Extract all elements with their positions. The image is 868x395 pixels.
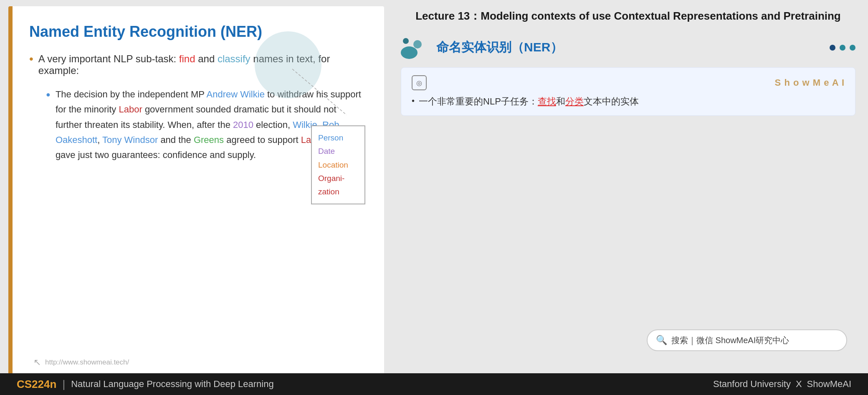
showmeai-icon: ◎ [412,75,427,90]
cs224n-label: CS224n [17,378,56,391]
main-container: Named Entity Recognition (NER) • A very … [0,0,868,395]
ner-organization: Organi-zation [318,172,358,199]
ner-person: Person [318,131,358,145]
sub-bullet-dot: ● [46,89,51,101]
svg-point-1 [401,46,418,59]
chinese-title: 命名实体识别（NER） [436,39,563,56]
bottom-right: Stanford University X ShowMeAI [713,379,851,390]
course-title: Natural Language Processing with Deep Le… [71,379,274,390]
labor-1: Labor [119,104,142,115]
slide-title: Named Entity Recognition (NER) [29,23,363,41]
zh-find: 查找 [538,96,556,107]
bottom-bar: CS224n | Natural Language Processing wit… [0,373,868,395]
tony-windsor: Tony Windsor [102,135,158,145]
nav-dot-3 [850,45,855,51]
zh-classify: 分类 [565,96,584,107]
chinese-title-section: 命名实体识别（NER） [397,34,860,61]
find-word: find [179,53,195,64]
footer-url: http://www.showmeai.tech/ [45,358,129,367]
teal-logo [401,36,430,59]
showmeai-label: ShowMeAI [807,379,851,390]
classify-word: classify [218,53,251,64]
ner-location: Location [318,158,358,172]
cursor-icon: ↖ [33,357,41,368]
showmeai-brand: S h o w M e A I [775,77,845,88]
search-text: 搜索｜微信 ShowMeAI研究中心 [671,335,789,346]
andrew-wilkie: Andrew Wilkie [207,89,265,99]
nav-dot-1 [830,45,835,51]
showmeai-card-header: ◎ S h o w M e A I [412,75,845,90]
showmeai-card: ◎ S h o w M e A I • 一个非常重要的NLP子任务：查找和分类文… [401,67,855,116]
bottom-left: CS224n | Natural Language Processing wit… [17,378,274,391]
showmeai-card-body: • 一个非常重要的NLP子任务：查找和分类文本中的实体 [412,95,845,108]
x-separator: X [796,379,802,390]
slide-panel: Named Entity Recognition (NER) • A very … [8,6,384,378]
search-bar[interactable]: 🔍 搜索｜微信 ShowMeAI研究中心 [647,329,847,351]
lecture-title: Lecture 13：Modeling contexts of use Cont… [397,4,860,28]
greens: Greens [194,135,224,145]
bottom-divider: | [62,378,65,391]
nav-dot-2 [840,45,845,51]
stanford-label: Stanford University [713,379,791,390]
search-icon: 🔍 [656,335,667,346]
circle-decoration [255,31,321,98]
slide-footer: ↖ http://www.showmeai.tech/ [33,357,129,368]
svg-point-3 [403,38,409,44]
card-text: 一个非常重要的NLP子任务：查找和分类文本中的实体 [419,95,639,108]
nav-dots [830,45,855,51]
ner-date: Date [318,145,358,158]
spacer [397,122,860,323]
svg-point-2 [413,40,422,48]
card-bullet: • [412,96,415,106]
year-2010: 2010 [233,120,253,130]
ner-legend: Person Date Location Organi-zation [311,125,365,204]
bullet-dot: • [29,52,33,66]
right-panel: Lecture 13：Modeling contexts of use Cont… [392,0,868,395]
